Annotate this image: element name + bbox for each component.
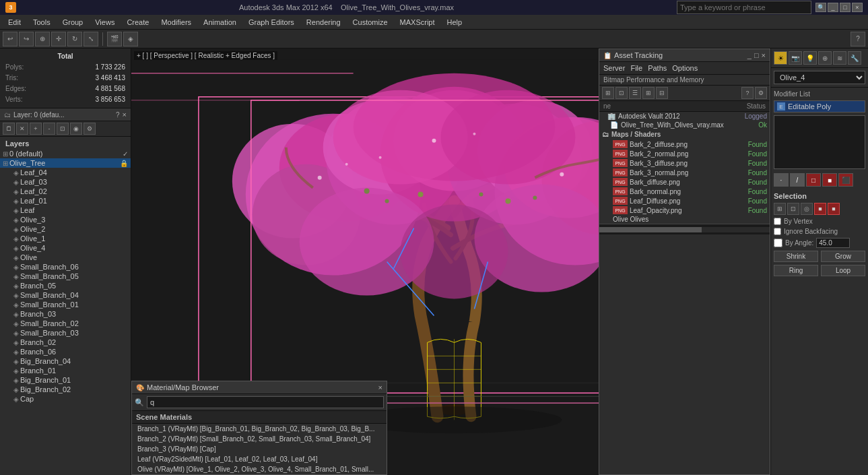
at-file-7[interactable]: PNG Leaf_Opacity.png Found <box>599 205 770 215</box>
light-icon[interactable]: 💡 <box>803 51 817 65</box>
menu-views[interactable]: Views <box>90 17 120 28</box>
angle-value[interactable] <box>816 238 850 248</box>
border-icon[interactable]: □ <box>806 173 821 187</box>
at-minimize-btn[interactable]: _ <box>747 51 752 59</box>
at-file-3[interactable]: PNG Bark_3_normal.png Found <box>599 168 770 177</box>
layer-item-small_branch_06[interactable]: ◈ Small_Branch_06 <box>0 262 131 272</box>
layer-delete-btn[interactable]: ✕ <box>16 123 28 135</box>
material-btn[interactable]: ◈ <box>123 32 138 46</box>
layer-select-btn[interactable]: ⊡ <box>57 123 69 135</box>
at-maximize-btn[interactable]: □ <box>754 51 759 59</box>
menu-customize[interactable]: Customize <box>347 17 393 28</box>
layer-item-default[interactable]: ⊞ 0 (default) ✓ <box>0 149 131 158</box>
layer-item-leaf[interactable]: ◈ Leaf <box>0 205 131 215</box>
at-main-file[interactable]: 📄 Olive_Tree_With_Olives_vray.max Ok <box>599 121 770 129</box>
menu-help[interactable]: Help <box>442 17 468 28</box>
layer-list[interactable]: ⊞ 0 (default) ✓ ⊞ Olive_Tree 🔒 ◈ Leaf_04… <box>0 149 131 475</box>
helper-icon[interactable]: ⊕ <box>818 51 832 65</box>
at-olive-olives[interactable]: Olive Olives <box>599 215 770 224</box>
at-vault-item[interactable]: 🏢 Autodesk Vault 2012 Logged <box>599 112 770 121</box>
at-tb-2[interactable]: ⊡ <box>615 87 628 99</box>
at-file-5[interactable]: PNG Bark_normal.png Found <box>599 187 770 196</box>
ring-btn[interactable]: Ring <box>774 265 818 276</box>
shrink-btn[interactable]: Shrink <box>774 251 818 262</box>
ignore-backfacing-check[interactable] <box>774 228 781 235</box>
layer-hilight-btn[interactable]: ◉ <box>70 123 82 135</box>
at-file-4[interactable]: PNG Bark_diffuse.png Found <box>599 177 770 187</box>
menu-maxscript[interactable]: MAXScript <box>395 17 440 28</box>
redo-btn[interactable]: ↪ <box>19 32 34 46</box>
menu-group[interactable]: Group <box>57 17 89 28</box>
vertex-icon[interactable]: · <box>774 173 789 187</box>
layer-item-olive_2[interactable]: ◈ Olive_2 <box>0 224 131 234</box>
menu-create[interactable]: Create <box>121 17 154 28</box>
sel-btn-4[interactable]: ■ <box>814 203 826 215</box>
grow-btn[interactable]: Grow <box>821 251 865 262</box>
at-file-6[interactable]: PNG Leaf_Diffuse.png Found <box>599 196 770 205</box>
at-menu-server[interactable]: Server <box>603 64 625 72</box>
mat-browser-titlebar[interactable]: 🎨 Material/Map Browser × <box>132 381 387 394</box>
layer-item-cap[interactable]: ◈ Cap <box>0 394 131 404</box>
layer-item-small_branch_05[interactable]: ◈ Small_Branch_05 <box>0 272 131 281</box>
layer-question-btn[interactable]: ? <box>116 111 120 119</box>
layer-item-branch_06[interactable]: ◈ Branch_06 <box>0 347 131 356</box>
at-menu-paths[interactable]: Paths <box>648 64 667 72</box>
layer-item-branch_03[interactable]: ◈ Branch_03 <box>0 309 131 319</box>
layer-item-small_branch_04[interactable]: ◈ Small_Branch_04 <box>0 290 131 300</box>
at-tb-4[interactable]: ⊞ <box>642 87 655 99</box>
at-tb-help[interactable]: ? <box>741 87 754 99</box>
sel-btn-5[interactable]: ■ <box>828 203 840 215</box>
at-file-1[interactable]: PNG Bark_2_normal.png Found <box>599 149 770 158</box>
layer-item-big_branch_04[interactable]: ◈ Big_Branch_04 <box>0 356 131 366</box>
modifier-icon[interactable]: 🔧 <box>848 51 861 65</box>
help-btn[interactable]: ? <box>850 32 865 46</box>
by-angle-check[interactable] <box>774 239 782 247</box>
layer-item-big_branch_02[interactable]: ◈ Big_Branch_02 <box>0 385 131 394</box>
select-btn[interactable]: ⊕ <box>35 32 50 46</box>
menu-edit[interactable]: Edit <box>3 17 26 28</box>
layer-close-btn[interactable]: × <box>123 110 127 119</box>
display-icon[interactable]: ☀ <box>774 51 787 65</box>
layer-settings-btn[interactable]: ⚙ <box>84 123 96 135</box>
object-name-select[interactable]: Olive_4 <box>774 71 865 84</box>
layer-item-branch_01[interactable]: ◈ Branch_01 <box>0 366 131 375</box>
maximize-btn[interactable]: □ <box>840 3 850 12</box>
layer-item-branch_02[interactable]: ◈ Branch_02 <box>0 338 131 347</box>
render-btn[interactable]: 🎬 <box>107 32 122 46</box>
layer-item-branch_05[interactable]: ◈ Branch_05 <box>0 281 131 290</box>
by-vertex-check[interactable] <box>774 218 781 225</box>
layer-remove-btn[interactable]: - <box>43 123 55 135</box>
at-tb-3[interactable]: ☰ <box>629 87 641 99</box>
sel-btn-2[interactable]: ⊡ <box>787 203 799 215</box>
move-btn[interactable]: ✛ <box>51 32 66 46</box>
sel-btn-1[interactable]: ⊞ <box>774 203 786 215</box>
at-menu-file[interactable]: File <box>630 64 642 72</box>
mat-item-3[interactable]: Branch_3 (VRayMtl) [Cap] <box>132 444 387 454</box>
mat-item-2[interactable]: Branch_2 (VRayMtl) [Small_Branch_02, Sma… <box>132 434 387 444</box>
menu-rendering[interactable]: Rendering <box>301 17 346 28</box>
layer-item-olive_1[interactable]: ◈ Olive_1 <box>0 234 131 243</box>
edge-icon[interactable]: / <box>790 173 805 187</box>
layer-item-leaf_02[interactable]: ◈ Leaf_02 <box>0 187 131 196</box>
scale-btn[interactable]: ⤡ <box>84 32 98 46</box>
at-titlebar[interactable]: 📋 Asset Tracking _ □ × <box>599 49 770 62</box>
at-menu-options[interactable]: Options <box>672 64 698 72</box>
at-tb-5[interactable]: ⊟ <box>656 87 668 99</box>
layer-item-olive_4[interactable]: ◈ Olive_4 <box>0 243 131 253</box>
menu-tools[interactable]: Tools <box>28 17 56 28</box>
minimize-btn[interactable]: _ <box>828 3 838 12</box>
layer-item-leaf_03[interactable]: ◈ Leaf_03 <box>0 177 131 187</box>
mat-item-5[interactable]: Olive (VRayMtl) [Olive_1, Olive_2, Olive… <box>132 464 387 474</box>
mat-item-4[interactable]: Leaf (VRay2SidedMtl) [Leaf_01, Leaf_02, … <box>132 454 387 464</box>
sel-btn-3[interactable]: ◎ <box>801 203 813 215</box>
layer-item-olive[interactable]: ◈ Olive <box>0 253 131 262</box>
mat-browser-close[interactable]: × <box>378 383 382 391</box>
menu-animation[interactable]: Animation <box>198 17 242 28</box>
modifier-entry[interactable]: E Editable Poly <box>774 101 865 112</box>
search-btn[interactable]: 🔍 <box>815 3 826 12</box>
at-file-0[interactable]: PNG Bark_2_diffuse.png Found <box>599 139 770 149</box>
mat-search-input[interactable] <box>147 396 384 408</box>
mat-item-1[interactable]: Branch_1 (VRayMtl) [Big_Branch_01, Big_B… <box>132 424 387 434</box>
rotate-btn[interactable]: ↻ <box>67 32 82 46</box>
spacewarp-icon[interactable]: ≋ <box>833 51 846 65</box>
